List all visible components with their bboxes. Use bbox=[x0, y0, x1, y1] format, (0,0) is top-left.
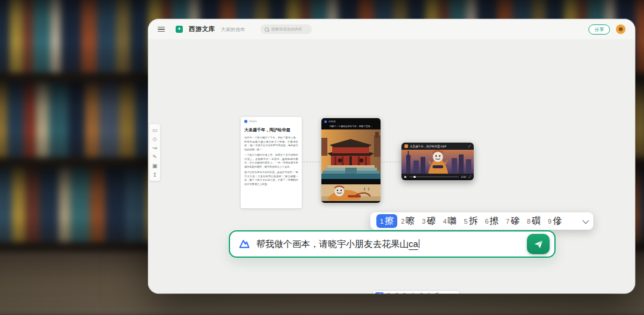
candidate-char: 攃 bbox=[419, 292, 422, 294]
ime-candidate[interactable]: 7 磣 bbox=[502, 214, 523, 228]
video-file-icon bbox=[404, 144, 408, 148]
candidate-number: 5 bbox=[464, 218, 468, 225]
search-placeholder: 搜索你喜欢的内容 bbox=[271, 27, 302, 32]
upload-tool-icon[interactable]: ↥ bbox=[152, 172, 157, 178]
share-button[interactable]: 分享 bbox=[588, 24, 610, 35]
candidate-number: 8 bbox=[527, 218, 530, 225]
avatar[interactable]: ☻ bbox=[616, 24, 625, 34]
candidate-char: 礤 bbox=[427, 215, 436, 227]
frame-tool-icon[interactable]: ▭ bbox=[152, 127, 158, 133]
ime-candidate-bar-mini: 1擦 2嚓 3礤 4囃 5拆 6攃 7磣 8礩 bbox=[373, 291, 459, 294]
ime-candidate-bar: 1 擦 2 嚓 3 礤 4 囃 5 拆 bbox=[370, 212, 593, 230]
doc-card[interactable]: AI创作 大圣越千年，闯沪绘华篇 似乎这一个跟斗翻过了千年，来到了繁华上海，眼前… bbox=[241, 117, 302, 208]
connector-tool-icon[interactable]: ↝ bbox=[152, 145, 157, 151]
video-progress-bar[interactable] bbox=[409, 177, 459, 177]
chevron-down-icon[interactable] bbox=[582, 217, 589, 223]
doc-card-badge: AI创作 bbox=[249, 120, 257, 123]
play-icon[interactable]: ▶ bbox=[404, 175, 407, 178]
doc-paragraph: 孩子们抬头望见天边的彩画，纷纷拍手欢呼：“是齐天大圣！大圣在给我们画画呢！”猴王… bbox=[244, 171, 298, 186]
candidate-number: 9 bbox=[548, 218, 551, 225]
candidate-number: 6 bbox=[485, 218, 489, 225]
candidate-char: 擦 bbox=[385, 215, 394, 227]
ime-candidate[interactable]: 3礤 bbox=[391, 292, 400, 294]
candidate-number: 2 bbox=[401, 218, 404, 225]
video-card[interactable]: 大圣越千年，闯沪绘华篇.mp4 ⤢ bbox=[401, 143, 474, 180]
storyboard-caption: 沉睡了一个瞬息反倒过千年，苏醒了世界… bbox=[321, 123, 381, 129]
candidate-char: 擦 bbox=[379, 292, 382, 294]
ai-assistant-icon bbox=[238, 238, 250, 250]
prompt-text: 帮我做个画本，请晓宇小朋友去花果山ca bbox=[256, 239, 419, 250]
candidate-char: 拆 bbox=[469, 215, 478, 227]
ime-candidate[interactable]: 5 拆 bbox=[461, 214, 482, 228]
paper-plane-icon bbox=[533, 239, 544, 249]
expand-icon[interactable]: ⤢ bbox=[468, 144, 471, 149]
candidate-char: 攃 bbox=[490, 215, 499, 227]
ime-candidate[interactable]: 8 礩 bbox=[523, 214, 544, 228]
candidate-char: 囃 bbox=[448, 215, 457, 227]
video-time: 4:30 bbox=[461, 175, 466, 178]
ime-candidate[interactable]: 1擦 bbox=[375, 292, 384, 294]
candidate-char: 嚓 bbox=[387, 292, 390, 294]
progress-handle[interactable] bbox=[413, 176, 415, 178]
candidate-char: 傪 bbox=[553, 215, 562, 227]
candidate-char: 磣 bbox=[511, 215, 520, 227]
doc-card-body: 似乎这一个跟斗翻过了千年，来到了繁华上海，眼前的高楼大厦让猴王睁大了眼睛，不禁感… bbox=[244, 136, 298, 186]
search-input[interactable]: 搜索你喜欢的内容 bbox=[260, 24, 312, 34]
ime-candidate[interactable]: 1 擦 bbox=[376, 214, 397, 228]
image-tool-icon[interactable]: ▣ bbox=[152, 163, 158, 169]
candidate-number: 4 bbox=[443, 218, 446, 225]
ime-candidate[interactable]: 8礩 bbox=[432, 292, 440, 294]
monkey-illustration-wrap: ！！ bbox=[321, 184, 381, 201]
ime-candidate[interactable]: 2 嚓 bbox=[397, 214, 418, 228]
candidate-char: 礤 bbox=[395, 292, 398, 294]
storyboard-card[interactable]: AI视频 沉睡了一个瞬息反倒过千年，苏醒了世界… bbox=[321, 118, 381, 203]
candidate-char: 嚓 bbox=[406, 215, 415, 227]
ai-badge-icon bbox=[244, 120, 247, 123]
candidate-number: 7 bbox=[506, 218, 510, 225]
ime-composition-text: ca bbox=[409, 239, 418, 250]
prompt-committed-text: 帮我做个画本，请晓宇小朋友去花果山 bbox=[256, 239, 409, 249]
menu-icon[interactable] bbox=[158, 27, 165, 32]
video-controls: ▶ 4:30 ⤢ bbox=[401, 174, 474, 180]
ime-candidate[interactable]: 6 攃 bbox=[482, 214, 502, 228]
candidate-number: 3 bbox=[422, 218, 425, 225]
candidate-char: 礩 bbox=[532, 215, 541, 227]
shape-tool-icon[interactable]: ◇ bbox=[153, 136, 157, 142]
candidate-char: 磣 bbox=[427, 292, 431, 294]
ime-candidate[interactable]: 3 礤 bbox=[418, 214, 439, 228]
doc-paragraph: 一个筋斗云翻过外滩上空，他落在了东方明珠的尖顶上，金箍棒化作一支画笔，蘸着晚霞的… bbox=[244, 153, 298, 169]
app-title: 西游文库 bbox=[189, 25, 215, 33]
tool-rail: ▭ ◇ ↝ ✎ ▣ ↥ bbox=[149, 124, 160, 181]
app-subtitle: 大家的画布 bbox=[221, 26, 245, 33]
candidate-number: 1 bbox=[380, 218, 384, 225]
ime-candidate[interactable]: 7磣 bbox=[424, 292, 432, 294]
window-header: ✦ 西游文库 大家的画布 搜索你喜欢的内容 分享 ☻ bbox=[148, 19, 635, 39]
storyboard-divider bbox=[321, 179, 381, 184]
ime-candidate[interactable]: 5拆 bbox=[407, 292, 416, 294]
app-logo-icon: ✦ bbox=[176, 26, 183, 33]
monkey-illustration bbox=[321, 184, 381, 201]
doc-paragraph: 似乎这一个跟斗翻过了千年，来到了繁华上海，眼前的高楼大厦让猴王睁大了眼睛，不禁感… bbox=[244, 136, 298, 152]
storyboard-card-header: AI视频 bbox=[321, 118, 381, 123]
fullscreen-icon[interactable]: ⤢ bbox=[468, 175, 471, 179]
app-window: ✦ 西游文库 大家的画布 搜索你喜欢的内容 分享 ☻ ▭ ◇ ↝ ✎ ▣ ↥ bbox=[148, 19, 635, 294]
text-caret bbox=[419, 239, 419, 248]
temple-illustration bbox=[321, 129, 381, 179]
doc-card-title: 大圣越千年，闯沪绘华篇 bbox=[244, 127, 298, 133]
video-thumbnail[interactable] bbox=[401, 150, 474, 174]
candidate-char: 拆 bbox=[411, 292, 415, 294]
canvas[interactable]: ▭ ◇ ↝ ✎ ▣ ↥ AI创作 大圣越千年，闯沪绘华篇 似乎这一个跟斗翻过了千… bbox=[148, 39, 635, 294]
video-title: 大圣越千年，闯沪绘华篇.mp4 bbox=[410, 145, 467, 148]
send-button[interactable] bbox=[527, 234, 550, 254]
ime-candidate[interactable]: 6攃 bbox=[416, 292, 424, 294]
ime-candidate[interactable]: 4囃 bbox=[400, 292, 408, 294]
ime-candidate[interactable]: 4 囃 bbox=[439, 214, 460, 228]
ime-candidate[interactable]: 2嚓 bbox=[384, 292, 392, 294]
ai-badge-icon bbox=[324, 121, 327, 123]
ime-candidate[interactable]: 9 傪 bbox=[544, 214, 565, 228]
candidate-char: 礩 bbox=[436, 292, 439, 294]
pen-tool-icon[interactable]: ✎ bbox=[152, 154, 157, 160]
doc-card-header: AI创作 bbox=[244, 120, 298, 123]
prompt-input-magnified[interactable]: 帮我做个画本，请晓宇小朋友去花果山ca bbox=[229, 230, 556, 258]
video-card-header: 大圣越千年，闯沪绘华篇.mp4 ⤢ bbox=[401, 143, 474, 150]
